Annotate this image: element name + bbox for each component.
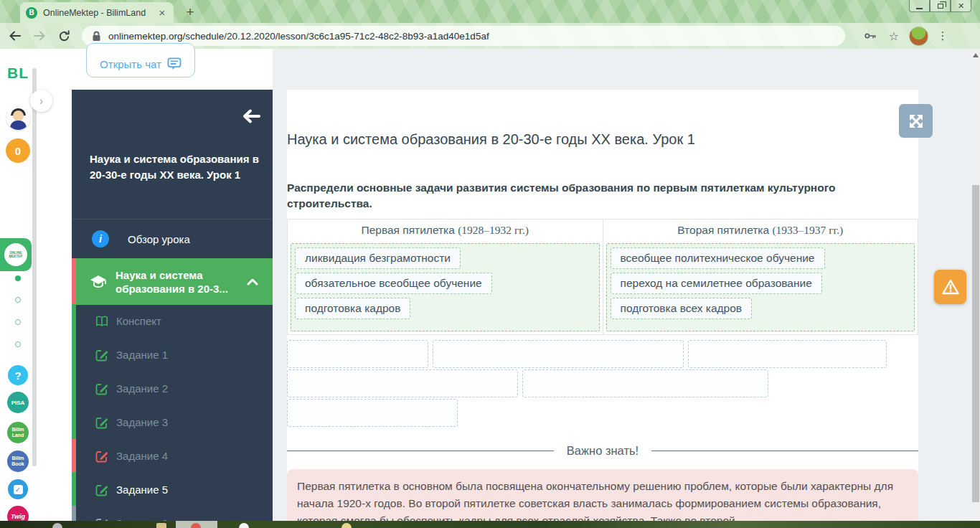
sidebar-item-task5[interactable]: Задание 5 xyxy=(72,473,273,506)
sidebar-item-overview[interactable]: i Обзор урока xyxy=(72,219,273,258)
sidebar-item-task4[interactable]: Задание 4 xyxy=(72,439,273,473)
help-button[interactable]: ? xyxy=(8,365,28,385)
important-heading: Важно знать! xyxy=(567,444,639,458)
maximize-button[interactable] xyxy=(930,0,951,12)
back-to-lessons-button[interactable] xyxy=(241,108,261,125)
empty-slot[interactable] xyxy=(688,340,887,368)
sidebar-item-task2[interactable]: Задание 2 xyxy=(72,372,273,405)
arrow-left-icon xyxy=(241,108,261,125)
tab-close-icon[interactable]: × xyxy=(156,7,168,18)
column-header-years: (1928–1932 гг.) xyxy=(458,224,529,237)
lock-icon xyxy=(92,31,101,42)
toolbar-right: ☆ ⋮ xyxy=(855,27,951,46)
sidebar-section-active[interactable]: Наука и система образования в 20-3... xyxy=(76,258,273,305)
url-text: onlinemektep.org/schedule/20.12.2020/les… xyxy=(108,31,489,42)
maximize-icon xyxy=(938,4,943,9)
open-chat-label: Открыть чат xyxy=(100,58,161,70)
scrollbar-thumb[interactable] xyxy=(972,185,979,502)
rail-scrollbar[interactable] xyxy=(32,68,37,466)
open-chat-button[interactable]: Открыть чат xyxy=(86,43,195,77)
taskbar-app-icon[interactable] xyxy=(191,523,201,528)
pager-dot[interactable] xyxy=(15,297,21,303)
answer-chip[interactable]: всеобщее политехническое обучение xyxy=(611,248,825,269)
sidebar-item-task1[interactable]: Задание 1 xyxy=(72,338,273,372)
empty-slot[interactable] xyxy=(433,340,684,368)
answer-chip[interactable]: обязательное всеобщее обучение xyxy=(295,273,492,294)
bookmark-star-icon[interactable]: ☆ xyxy=(885,27,903,44)
avatar-face xyxy=(13,110,24,121)
sidebar-item-task3[interactable]: Задание 3 xyxy=(72,405,273,439)
bilimbook-app-icon[interactable]: Bilim Book xyxy=(7,451,29,472)
forward-button[interactable] xyxy=(30,27,49,45)
sidebar-item-label: Задание 1 xyxy=(116,349,168,361)
empty-slot[interactable] xyxy=(287,369,518,397)
app-rail: BL 0 ONLINE MEKTEP ? PISA Bilim Land Bil… xyxy=(0,49,72,521)
column-header-text: Вторая пятилетка xyxy=(677,224,769,237)
taskbar-app-icon[interactable] xyxy=(341,523,352,528)
url-bar[interactable]: onlinemektep.org/schedule/20.12.2020/les… xyxy=(82,26,845,46)
chrome-menu-icon[interactable]: ⋮ xyxy=(934,27,951,44)
sidebar-collapse-chevron[interactable]: › xyxy=(30,90,52,112)
pisa-app-icon[interactable]: PISA xyxy=(7,392,29,413)
refresh-button[interactable] xyxy=(55,27,73,45)
empty-slot[interactable] xyxy=(287,340,428,368)
back-button[interactable] xyxy=(6,27,24,45)
password-key-icon[interactable] xyxy=(862,27,879,44)
taskbar-app-icon[interactable] xyxy=(239,523,249,528)
empty-slot[interactable] xyxy=(287,399,458,427)
close-button[interactable]: ✕ xyxy=(951,0,971,12)
info-icon: i xyxy=(92,230,109,248)
answer-chip[interactable]: переход на семилетнее образование xyxy=(611,273,822,294)
pencil-icon xyxy=(95,349,108,362)
pager-dot[interactable] xyxy=(15,319,21,325)
test-app-icon[interactable]: ✓ xyxy=(8,479,28,499)
page-scrollbar[interactable] xyxy=(971,49,980,521)
answer-chip[interactable]: подготовка всех кадров xyxy=(611,298,753,319)
empty-slot[interactable] xyxy=(522,369,768,397)
lesson-title: Наука и система образования в 20-30-е го… xyxy=(90,151,260,183)
page: BL 0 ONLINE MEKTEP ? PISA Bilim Land Bil… xyxy=(0,49,980,528)
column-header: Первая пятилетка (1928–1932 гг.) xyxy=(288,220,603,240)
drop-zone-second-plan[interactable]: всеобщее политехническое обучение перехо… xyxy=(606,243,915,331)
task-instruction: Распредели основные задачи развития сист… xyxy=(287,180,904,212)
sidebar-item-konspekt[interactable]: Конспект xyxy=(72,304,273,338)
close-icon: ✕ xyxy=(958,1,964,11)
new-tab-button[interactable]: + xyxy=(181,4,199,21)
taskbar-app-icon[interactable] xyxy=(156,523,166,528)
fullscreen-button[interactable] xyxy=(899,104,933,138)
browser-tab-strip: B OnlineMektep - BilimLand × + ✕ xyxy=(0,0,980,23)
windows-taskbar[interactable] xyxy=(0,521,980,528)
answer-chip[interactable]: подготовка кадров xyxy=(295,298,410,319)
answer-chip[interactable]: ликвидация безграмотности xyxy=(295,248,461,269)
report-problem-button[interactable] xyxy=(934,270,966,304)
pager-dot[interactable] xyxy=(15,341,21,347)
sidebar-item-label: Конспект xyxy=(116,315,161,327)
important-heading-row: Важно знать! xyxy=(287,444,918,458)
taskbar-app-icon[interactable] xyxy=(52,523,62,528)
sidebar-item-task6[interactable]: Задание 6 xyxy=(72,506,273,521)
notification-badge[interactable]: 0 xyxy=(6,138,30,163)
profile-avatar[interactable] xyxy=(909,27,928,46)
column-first-plan: Первая пятилетка (1928–1932 гг.) ликвида… xyxy=(288,220,603,334)
divider-line xyxy=(287,451,554,451)
drop-zone-first-plan[interactable]: ликвидация безграмотности обязательное в… xyxy=(291,243,600,331)
section-label: Наука и система образования в 20-3... xyxy=(116,268,245,296)
user-avatar[interactable] xyxy=(6,106,30,130)
book-icon xyxy=(95,315,108,328)
site-favicon: B xyxy=(26,7,37,19)
sidebar-item-label: Задание 2 xyxy=(116,382,168,395)
scroll-up-arrow[interactable] xyxy=(973,53,979,57)
warning-triangle-icon xyxy=(941,278,960,296)
pager-dot-active[interactable] xyxy=(15,275,21,281)
back-icon xyxy=(8,29,22,43)
bilimland-app-icon[interactable]: Bilim Land xyxy=(7,422,29,443)
minimize-button[interactable] xyxy=(909,0,930,12)
graduation-cap-icon xyxy=(90,275,107,289)
lesson-sidebar: Наука и система образования в 20-30-е го… xyxy=(72,90,273,521)
match-table: Первая пятилетка (1928–1932 гг.) ликвида… xyxy=(287,219,918,335)
bl-logo: BL xyxy=(7,65,29,82)
onlinemektep-app-tile[interactable]: ONLINE MEKTEP xyxy=(0,238,32,271)
avatar-body xyxy=(10,121,27,130)
browser-tab[interactable]: B OnlineMektep - BilimLand × xyxy=(20,2,174,23)
source-slots xyxy=(287,340,918,427)
